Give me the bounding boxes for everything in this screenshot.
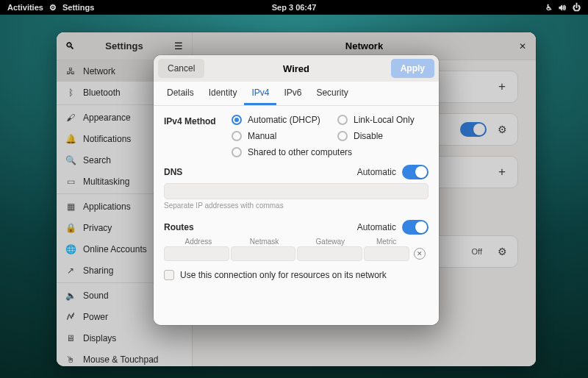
- hamburger-icon: ☰: [174, 40, 183, 51]
- multitasking-icon: ▭: [65, 176, 76, 187]
- sidebar-item-label: Multitasking: [83, 176, 129, 187]
- online-accounts-icon: 🌐: [65, 244, 76, 254]
- radio-label: Automatic (DHCP): [248, 115, 320, 125]
- route-address-input[interactable]: [164, 246, 229, 261]
- power-icon[interactable]: ⏻: [573, 3, 581, 12]
- search-icon: 🔍︎: [65, 40, 75, 51]
- mouse-touchpad-icon: 🖱: [65, 354, 76, 365]
- search-button[interactable]: 🔍︎: [57, 33, 83, 60]
- radio-label: Manual: [248, 131, 276, 141]
- content-title: Network: [193, 40, 536, 51]
- hamburger-button[interactable]: ☰: [165, 40, 192, 51]
- radio-label: Link-Local Only: [354, 115, 415, 125]
- bluetooth-icon: ᛒ: [65, 88, 76, 98]
- radio-icon: [232, 115, 242, 125]
- sidebar-item-label: Appearance: [83, 113, 131, 123]
- radio-icon: [337, 115, 348, 125]
- network-icon: 🖧: [65, 66, 76, 76]
- route-metric-input[interactable]: [364, 246, 409, 261]
- tab-details[interactable]: Details: [159, 82, 201, 105]
- sidebar-item-label: Displays: [83, 333, 116, 343]
- sidebar-title: Settings: [83, 40, 165, 51]
- clock[interactable]: Sep 3 06:47: [272, 3, 317, 12]
- dns-input[interactable]: [164, 183, 429, 199]
- radio-link-local[interactable]: Link-Local Only: [337, 115, 429, 125]
- dialog-tabs: Details Identity IPv4 IPv6 Security: [154, 82, 439, 106]
- radio-label: Shared to other computers: [248, 147, 352, 157]
- route-netmask-input[interactable]: [231, 246, 296, 261]
- radio-icon: [232, 131, 242, 141]
- accessibility-icon[interactable]: ♿︎: [545, 3, 553, 13]
- privacy-icon: 🔒: [65, 223, 76, 233]
- sidebar-item-label: Mouse & Touchpad: [83, 354, 159, 365]
- apply-button[interactable]: Apply: [391, 59, 434, 78]
- routes-section-label: Routes: [164, 222, 194, 232]
- dns-automatic-switch[interactable]: [402, 165, 429, 179]
- cancel-button[interactable]: Cancel: [158, 59, 204, 78]
- power-icon: 🗲: [65, 312, 76, 322]
- routes-automatic-switch[interactable]: [402, 220, 429, 235]
- ipv4-method-label: IPv4 Method: [164, 115, 232, 157]
- restrict-label: Use this connection only for resources o…: [180, 270, 387, 280]
- tab-identity[interactable]: Identity: [201, 82, 245, 105]
- radio-icon: [337, 131, 348, 141]
- gear-icon: ⚙: [49, 3, 57, 13]
- dialog-body: IPv4 Method Automatic (DHCP) Link-Local …: [154, 106, 439, 325]
- dns-help-text: Separate IP addresses with commas: [164, 202, 429, 210]
- gear-icon: ⚙: [498, 246, 507, 257]
- add-wired-button[interactable]: +: [492, 79, 512, 94]
- gnome-topbar: Activities ⚙ Settings Sep 3 06:47 ♿︎ 🔊︎ …: [0, 0, 588, 15]
- sidebar-item-label: Search: [83, 155, 111, 165]
- wired-enable-switch[interactable]: [460, 122, 487, 137]
- plus-icon: +: [498, 165, 506, 179]
- routes-header-address: Address: [165, 238, 232, 246]
- tab-security[interactable]: Security: [309, 82, 355, 105]
- appearance-icon: 🖌: [65, 113, 76, 123]
- routes-header-metric: Metric: [363, 238, 409, 246]
- activities-button[interactable]: Activities: [7, 3, 43, 12]
- sidebar-item-displays[interactable]: 🖥Displays: [57, 327, 192, 349]
- restrict-checkbox[interactable]: [164, 270, 174, 280]
- close-button[interactable]: ✕: [515, 39, 530, 54]
- sidebar-item-label: Power: [83, 312, 108, 322]
- radio-manual[interactable]: Manual: [232, 131, 323, 141]
- applications-icon: ▦: [65, 202, 76, 212]
- routes-headers: Address Netmask Gateway Metric: [164, 238, 429, 246]
- radio-automatic[interactable]: Automatic (DHCP): [232, 115, 323, 125]
- routes-automatic-label: Automatic: [357, 222, 396, 232]
- sidebar-item-label: Sharing: [83, 265, 113, 276]
- plus-icon: +: [498, 79, 506, 93]
- tab-ipv6[interactable]: IPv6: [276, 82, 309, 105]
- route-remove-button[interactable]: ✕: [414, 248, 426, 260]
- radio-shared[interactable]: Shared to other computers: [232, 147, 429, 157]
- search-icon: 🔍: [65, 155, 76, 165]
- routes-row: ✕: [164, 246, 429, 261]
- sidebar-item-label: Online Accounts: [83, 244, 147, 254]
- sidebar-item-mouse-touchpad[interactable]: 🖱Mouse & Touchpad: [57, 349, 192, 366]
- wired-settings-button[interactable]: ⚙: [492, 124, 512, 135]
- route-gateway-input[interactable]: [297, 246, 362, 261]
- sidebar-item-label: Sound: [83, 290, 109, 301]
- gear-icon: ⚙: [498, 124, 507, 135]
- routes-header-gateway: Gateway: [297, 238, 363, 246]
- radio-disable[interactable]: Disable: [337, 131, 429, 141]
- dns-automatic-label: Automatic: [357, 167, 396, 177]
- remove-icon: ✕: [417, 250, 423, 257]
- radio-label: Disable: [354, 131, 383, 141]
- volume-icon[interactable]: 🔊︎: [559, 3, 567, 12]
- sidebar-item-label: Network: [83, 66, 115, 76]
- connection-editor-dialog: Cancel Wired Apply Details Identity IPv4…: [154, 55, 439, 325]
- topbar-app-label[interactable]: Settings: [62, 3, 94, 12]
- notifications-icon: 🔔: [65, 134, 76, 144]
- sidebar-item-label: Applications: [83, 202, 131, 212]
- radio-icon: [232, 147, 242, 157]
- sidebar-item-label: Privacy: [83, 223, 112, 233]
- tab-ipv4[interactable]: IPv4: [244, 82, 276, 105]
- sharing-icon: ↗: [65, 265, 76, 276]
- sidebar-item-label: Bluetooth: [83, 88, 121, 98]
- routes-header-netmask: Netmask: [232, 238, 298, 246]
- add-vpn-button[interactable]: +: [492, 165, 512, 179]
- proxy-settings-button[interactable]: ⚙: [492, 246, 512, 257]
- sound-icon: 🔈: [65, 290, 76, 301]
- sidebar-item-label: Notifications: [83, 134, 131, 144]
